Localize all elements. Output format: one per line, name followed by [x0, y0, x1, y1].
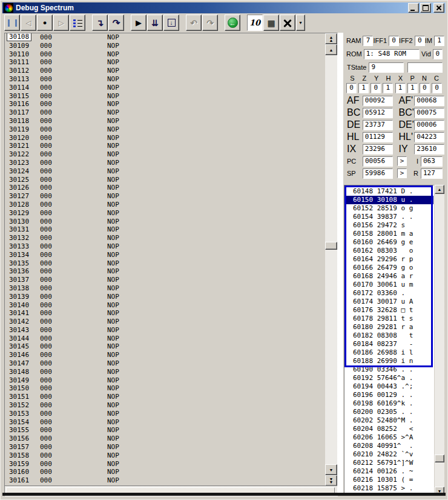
disasm-row[interactable]: 30108000NOP	[5, 33, 325, 42]
record-button[interactable]: ●	[37, 15, 53, 31]
disasm-row[interactable]: 30134000NOP	[5, 251, 325, 259]
disasm-row[interactable]: 30110000NOP	[5, 50, 325, 59]
tools-dropdown-button[interactable]: ▾	[296, 15, 305, 31]
disasm-row[interactable]: 30144000NOP	[5, 335, 325, 343]
stack-row[interactable]: 60160 26469 g e	[344, 238, 433, 247]
disasm-row[interactable]: 30141000NOP	[5, 309, 325, 318]
disasm-row[interactable]: 30120000NOP	[5, 134, 325, 142]
disasm-row[interactable]: 30123000NOP	[5, 159, 325, 167]
disasm-row[interactable]: 30131000NOP	[5, 225, 325, 234]
radix-10-button[interactable]: 10	[247, 15, 263, 31]
stack-scroll-up-button[interactable]: ▲	[435, 185, 444, 194]
flag-field[interactable]: 1	[383, 83, 393, 93]
stack-row[interactable]: 60178 29811 t s	[344, 315, 433, 323]
stack-row[interactable]: 60186 26988 i l	[344, 348, 433, 357]
register-field[interactable]: 00092	[363, 96, 393, 106]
stack-row[interactable]: 60208 40991^ .	[344, 442, 433, 450]
stack-row[interactable]: 60176 32628 □ t	[344, 306, 433, 315]
disasm-row[interactable]: 30119000NOP	[5, 125, 325, 134]
run-button[interactable]: ▶	[131, 15, 147, 31]
step-over-button[interactable]: ↷	[108, 15, 124, 31]
flag-field[interactable]: 1	[407, 83, 418, 93]
stack-row[interactable]: 60218 15875 > .	[344, 484, 433, 493]
breakpoint-list-button[interactable]	[70, 15, 85, 31]
disasm-row[interactable]: 30128000NOP	[5, 201, 325, 209]
register-field[interactable]: 00068	[414, 96, 444, 106]
register-field[interactable]: 23610	[414, 144, 444, 155]
register-field[interactable]: 23296	[363, 144, 393, 155]
flag-field[interactable]: 0	[420, 83, 430, 93]
register-field[interactable]: 04223	[414, 132, 444, 142]
maximize-button[interactable]	[420, 3, 431, 13]
i-register-field[interactable]: 063	[421, 156, 443, 167]
stack-row[interactable]: 60190 03346 . .	[344, 365, 433, 374]
disasm-row[interactable]: 30149000NOP	[5, 376, 325, 385]
disasm-row[interactable]: 30116000NOP	[5, 100, 325, 108]
stack-row[interactable]: 60180 29281 r a	[344, 323, 433, 332]
disasm-row[interactable]: 30137000NOP	[5, 276, 325, 284]
disasm-row[interactable]: 30148000NOP	[5, 368, 325, 376]
stack-row[interactable]: 60148 17421 D .	[344, 187, 433, 196]
flag-field[interactable]: 1	[395, 83, 406, 93]
stack-row[interactable]: 60196 00129 . .	[344, 391, 433, 399]
disasm-row[interactable]: 30157000NOP	[5, 443, 325, 452]
sp-field[interactable]: 59986	[363, 168, 393, 179]
scroll-page-down-button[interactable]: ▼▼	[325, 475, 337, 486]
tools-button[interactable]	[280, 15, 295, 31]
stack-row[interactable]: 60172 03360 .	[344, 289, 433, 298]
register-field[interactable]: 23737	[363, 120, 393, 130]
stack-row[interactable]: 60214 00126 . ~	[344, 467, 433, 476]
disasm-row[interactable]: 30152000NOP	[5, 401, 325, 410]
iff2-field[interactable]: 0	[415, 36, 425, 46]
register-field[interactable]: 00075	[414, 108, 444, 118]
stack-row[interactable]: 60154 39837 . .	[344, 213, 433, 221]
run-burst-button[interactable]: ⇊	[147, 15, 163, 31]
disasm-row[interactable]: 30142000NOP	[5, 318, 325, 326]
disasm-row[interactable]: 30127000NOP	[5, 192, 325, 201]
disasm-row[interactable]: 30130000NOP	[5, 218, 325, 226]
disasm-row[interactable]: 30113000NOP	[5, 75, 325, 84]
disasm-row[interactable]: 30136000NOP	[5, 267, 325, 276]
scroll-thumb[interactable]	[325, 242, 337, 250]
titlebar[interactable]: Debug Spectrum	[2, 2, 446, 13]
pause-button[interactable]	[4, 15, 20, 31]
pc-goto-button[interactable]: >	[397, 156, 407, 166]
disasm-row[interactable]: 30122000NOP	[5, 150, 325, 159]
stack-row[interactable]: 60202 52480^M .	[344, 416, 433, 425]
disasm-row[interactable]: 30135000NOP	[5, 259, 325, 268]
run-to-button[interactable]: ↓	[163, 15, 179, 31]
vid-field[interactable]: 0	[433, 49, 443, 59]
disasm-row[interactable]: 30151000NOP	[5, 393, 325, 401]
disasm-row[interactable]: 30139000NOP	[5, 293, 325, 301]
disasm-row[interactable]: 30138000NOP	[5, 284, 325, 293]
stack-row[interactable]: 60158 28001 m a	[344, 230, 433, 238]
register-field[interactable]: 01129	[363, 132, 393, 142]
disassembly-list[interactable]: 30108000NOP30109000NOP30110000NOP3011100…	[5, 33, 325, 486]
stack-row[interactable]: 60194 00443 .^;	[344, 382, 433, 391]
disasm-row[interactable]: 30115000NOP	[5, 92, 325, 101]
minimize-button[interactable]	[408, 3, 419, 13]
scroll-track[interactable]	[325, 55, 337, 464]
step-into-button[interactable]: ↴	[92, 15, 108, 31]
ram-field[interactable]: 7	[363, 36, 373, 46]
disasm-row[interactable]: 30146000NOP	[5, 351, 325, 359]
disasm-row[interactable]: 30143000NOP	[5, 326, 325, 335]
stack-row[interactable]: 60206 16065 >^A	[344, 433, 433, 442]
register-field[interactable]: 00006	[414, 120, 444, 130]
stack-row[interactable]: 60170 30061 u m	[344, 281, 433, 289]
flag-field[interactable]: 0	[432, 83, 442, 93]
disasm-row[interactable]: 30159000NOP	[5, 460, 325, 468]
disasm-row[interactable]: 30161000NOP	[5, 476, 325, 485]
disasm-row[interactable]: 30160000NOP	[5, 468, 325, 476]
disasm-row[interactable]: 30150000NOP	[5, 384, 325, 393]
disasm-row[interactable]: 30154000NOP	[5, 418, 325, 427]
sp-goto-button[interactable]: >	[397, 168, 407, 178]
disasm-row[interactable]: 30126000NOP	[5, 184, 325, 192]
stack-row[interactable]: 60210 24822 `^v	[344, 450, 433, 459]
tstate-field[interactable]: 9	[369, 62, 404, 73]
flag-field[interactable]: 0	[346, 83, 357, 93]
disasm-row[interactable]: 30153000NOP	[5, 410, 325, 418]
tstate-field-2[interactable]	[407, 62, 443, 73]
pc-field[interactable]: 00056	[363, 156, 393, 167]
disasm-row[interactable]: 30140000NOP	[5, 301, 325, 310]
